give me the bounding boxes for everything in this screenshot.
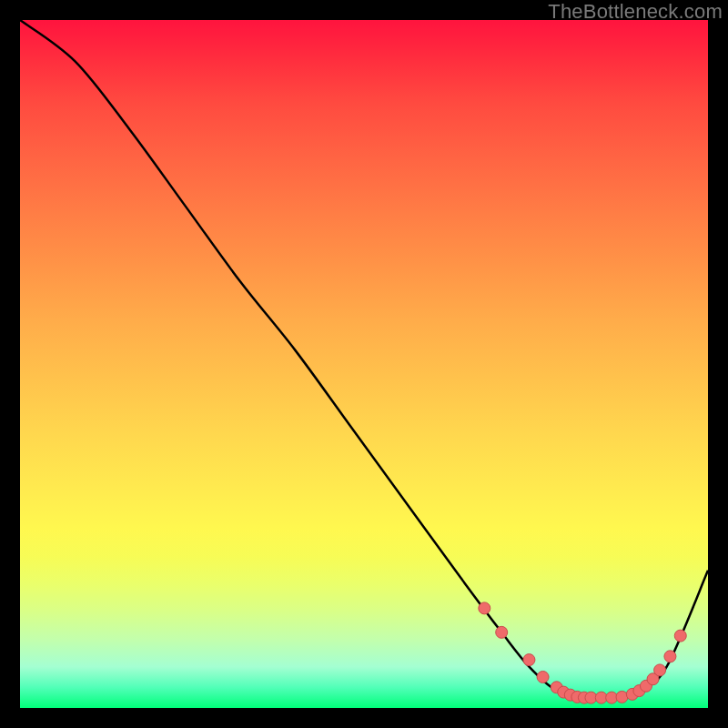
data-marker (496, 626, 508, 638)
data-marker (537, 671, 549, 682)
data-marker (654, 664, 666, 676)
chart-container: TheBottleneck.com (0, 0, 728, 728)
curve-line (20, 20, 708, 699)
attribution-label: TheBottleneck.com (548, 0, 723, 24)
data-marker (479, 602, 490, 614)
data-marker (523, 654, 535, 666)
data-marker (674, 630, 686, 642)
chart-plot-area (20, 20, 708, 708)
chart-svg (20, 20, 708, 708)
data-marker (664, 651, 676, 662)
